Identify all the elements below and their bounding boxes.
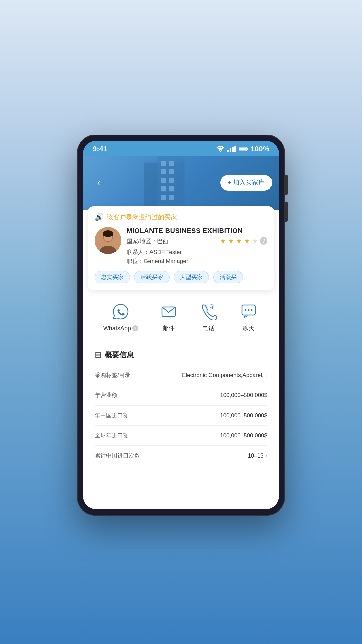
svg-rect-6	[161, 161, 166, 166]
tag-large: 大型买家	[174, 271, 209, 283]
buyer-details: MIOLANTE BUSINESS EXHIBITION 国家/地区：巴西 ★ …	[127, 227, 267, 266]
buyer-notice: 🔊 该客户是您邀约过的买家	[95, 213, 267, 222]
phone-side-button-top	[285, 175, 288, 195]
phone-container: 9:41	[0, 135, 362, 516]
info-value-3: 100,000–500,000$	[220, 432, 267, 439]
svg-rect-13	[169, 186, 174, 191]
info-key-1: 年营业额	[95, 391, 117, 399]
info-value-1: 100,000–500,000$	[220, 392, 267, 399]
svg-rect-3	[247, 148, 248, 150]
svg-point-26	[251, 309, 253, 311]
svg-rect-9	[169, 169, 174, 174]
info-key-4: 累计中国进口次数	[95, 452, 140, 460]
chat-action[interactable]: 聊天	[239, 301, 259, 332]
page-wrapper: 丰富买家信息 一键收录 买家线上CRM管理 9:41	[0, 0, 362, 644]
phone-side-button-mid	[285, 202, 288, 222]
whatsapp-action[interactable]: WhatsApp ?	[103, 302, 138, 332]
svg-point-0	[220, 151, 221, 152]
tags-row: 忠实买家 活跃买家 大型买家 活跃买	[95, 271, 267, 283]
info-key-3: 全球年进口额	[95, 432, 129, 439]
section-icon: ⊟	[95, 350, 101, 360]
chat-label: 聊天	[243, 324, 255, 332]
phone-label: 电话	[202, 324, 215, 332]
email-label: 邮件	[163, 324, 175, 332]
svg-rect-2	[239, 148, 246, 151]
svg-rect-14	[161, 195, 166, 200]
whatsapp-label: WhatsApp ?	[103, 325, 138, 332]
add-buyer-button[interactable]: + 加入买家库	[220, 175, 272, 191]
svg-rect-8	[161, 169, 166, 174]
avatar	[95, 227, 121, 254]
status-bar: 9:41	[83, 141, 279, 156]
battery-icon	[239, 147, 248, 151]
status-time: 9:41	[93, 145, 107, 153]
info-value-4: 10–13 ›	[248, 452, 267, 459]
info-value-0: Electronic Components,Apparel, ›	[182, 372, 267, 379]
signal-bars	[227, 146, 236, 152]
action-card: WhatsApp ? 邮件	[88, 294, 274, 339]
tag-active2: 活跃买	[213, 271, 243, 283]
whatsapp-icon	[111, 302, 131, 322]
svg-rect-12	[161, 186, 166, 191]
section-title: ⊟ 概要信息	[95, 350, 267, 360]
info-row-0[interactable]: 采购标签/目录 Electronic Components,Apparel, ›	[95, 365, 267, 385]
whatsapp-help-icon[interactable]: ?	[132, 325, 138, 331]
info-value-2: 100,000–500,000$	[220, 412, 267, 419]
stars-row: ★ ★ ★ ★ ★ ?	[220, 237, 267, 245]
svg-point-24	[245, 309, 247, 311]
info-row-2: 年中国进口额 100,000–500,000$	[95, 406, 267, 426]
position-line: 职位：General Manager	[127, 257, 267, 265]
info-row-1: 年营业额 100,000–500,000$	[95, 385, 267, 406]
chevron-right-icon-0: ›	[266, 372, 267, 378]
battery-percent: 100%	[251, 145, 269, 153]
phone-mockup: 9:41	[77, 135, 285, 516]
info-key-2: 年中国进口额	[95, 412, 129, 419]
info-key-0: 采购标签/目录	[95, 371, 130, 379]
country-stars-row: 国家/地区：巴西 ★ ★ ★ ★ ★ ?	[127, 237, 267, 247]
email-action[interactable]: 邮件	[159, 301, 179, 332]
chat-icon	[239, 301, 259, 321]
chevron-right-icon-4: ›	[266, 453, 267, 459]
hero-area: ‹ + 加入买家库	[83, 156, 279, 210]
svg-rect-10	[161, 178, 166, 183]
status-right: 100%	[216, 145, 269, 153]
info-section: ⊟ 概要信息 采购标签/目录 Electronic Components,App…	[88, 343, 274, 472]
speaker-icon: 🔊	[95, 213, 104, 222]
tag-active: 活跃买家	[134, 271, 170, 283]
buyer-card: 🔊 该客户是您邀约过的买家	[88, 206, 274, 290]
svg-rect-11	[169, 178, 174, 183]
svg-rect-7	[169, 161, 174, 166]
info-row-4[interactable]: 累计中国进口次数 10–13 ›	[95, 446, 267, 466]
tag-loyal: 忠实买家	[95, 271, 130, 283]
country-line: 国家/地区：巴西	[127, 237, 168, 245]
wifi-icon	[216, 146, 225, 152]
svg-point-21	[112, 303, 129, 320]
phone-screen: 9:41	[83, 141, 279, 509]
email-icon	[159, 301, 179, 321]
buyer-info-row: MIOLANTE BUSINESS EXHIBITION 国家/地区：巴西 ★ …	[95, 227, 267, 266]
stars-help-icon[interactable]: ?	[260, 237, 267, 245]
phone-action[interactable]: 电话	[198, 301, 219, 332]
svg-point-25	[248, 309, 250, 311]
svg-rect-15	[169, 195, 174, 200]
phone-icon	[198, 301, 219, 321]
company-name: MIOLANTE BUSINESS EXHIBITION	[127, 227, 267, 235]
info-row-3: 全球年进口额 100,000–500,000$	[95, 426, 267, 446]
avatar-svg	[95, 227, 121, 254]
contact-line: 联系人：ASDF Tester	[127, 248, 267, 256]
